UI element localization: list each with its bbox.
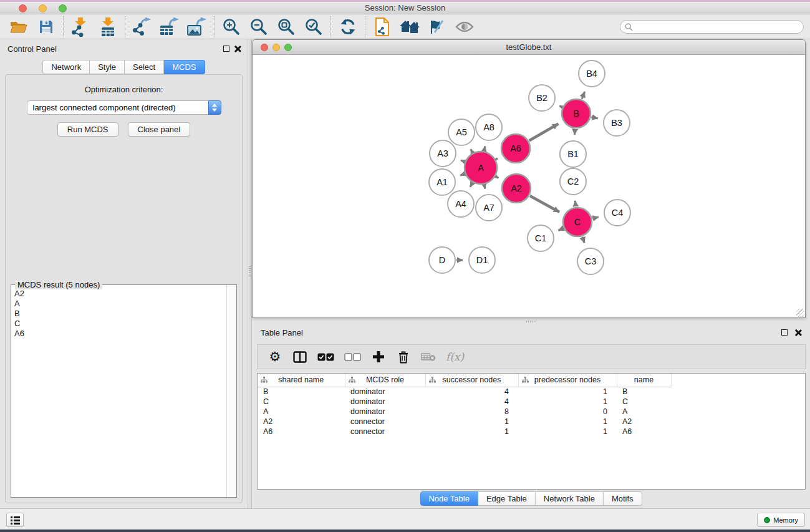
network-graph[interactable]: B4B2BB3A8A5A6A3B1AC2A1A2A4A7C4CC1DD1C3 — [253, 55, 805, 317]
table-header-row: shared name MCDS role successor nodes pr… — [258, 374, 682, 387]
graph-edge[interactable] — [471, 149, 473, 152]
graph-edge[interactable] — [460, 174, 465, 175]
horizontal-splitter[interactable] — [252, 318, 810, 324]
graph-edge[interactable] — [530, 196, 559, 212]
import-network-button[interactable] — [69, 16, 92, 37]
close-panel-icon[interactable] — [234, 46, 241, 52]
unselect-all-columns-button[interactable] — [344, 348, 361, 365]
graph-edge[interactable] — [485, 185, 485, 188]
network-window-titlebar[interactable]: testGlobe.txt — [253, 40, 805, 55]
tab-network[interactable]: Network — [42, 60, 90, 74]
graph-node-label: A2 — [511, 183, 522, 193]
show-columns-button[interactable] — [292, 348, 307, 365]
dropdown-stepper-icon — [208, 100, 221, 115]
float-table-panel-icon[interactable] — [781, 329, 788, 336]
graph-edge[interactable] — [582, 237, 584, 243]
export-image-button[interactable] — [186, 16, 208, 37]
zoom-fit-button[interactable] — [275, 16, 297, 37]
column-header-mcds-role[interactable]: MCDS role — [345, 374, 425, 387]
export-network-button[interactable] — [131, 16, 153, 37]
tab-mcds[interactable]: MCDS — [164, 60, 205, 74]
graph-edge[interactable] — [575, 201, 576, 206]
tab-node-table[interactable]: Node Table — [420, 491, 478, 506]
task-history-button[interactable] — [6, 513, 24, 527]
table-row[interactable]: A6connector 11 A6 — [258, 427, 682, 437]
memory-button[interactable]: Memory — [757, 513, 805, 527]
zoom-selected-button[interactable] — [302, 16, 325, 37]
column-header-successor-nodes[interactable]: successor nodes — [425, 374, 518, 387]
search-input[interactable] — [635, 21, 803, 32]
home-button[interactable] — [398, 16, 421, 37]
network-canvas[interactable]: B4B2BB3A8A5A6A3B1AC2A1A2A4A7C4CC1DD1C3 — [253, 55, 805, 317]
network-from-file-button[interactable] — [371, 16, 393, 37]
refresh-button[interactable] — [337, 16, 359, 37]
graph-edge[interactable] — [496, 177, 498, 178]
save-session-button[interactable] — [35, 16, 57, 37]
graph-node-label: A5 — [456, 127, 467, 137]
checked-boxes-icon — [317, 353, 334, 361]
search-field[interactable] — [620, 20, 804, 34]
tab-motifs[interactable]: Motifs — [604, 491, 642, 506]
graph-edge[interactable] — [484, 146, 485, 150]
hide-details-button[interactable] — [453, 16, 476, 37]
vertical-splitter[interactable] — [248, 39, 252, 508]
result-item: B — [14, 309, 236, 319]
tab-style[interactable]: Style — [90, 60, 125, 74]
main-toolbar — [0, 14, 810, 39]
graph-edge[interactable] — [529, 123, 559, 140]
column-header-predecessor-nodes[interactable]: predecessor nodes — [518, 374, 617, 387]
resize-grip-icon[interactable] — [796, 309, 804, 317]
graph-edge[interactable] — [591, 117, 597, 118]
tab-select[interactable]: Select — [125, 60, 164, 74]
table-row[interactable]: Adominator 80 A — [258, 407, 682, 417]
show-graphics-details-button[interactable] — [426, 16, 448, 37]
mcds-result-list[interactable]: A2 A B C A6 — [11, 285, 236, 497]
function-builder-button[interactable]: f(x) — [446, 348, 464, 365]
table-row[interactable]: Cdominator 41 C — [258, 397, 682, 407]
graph-edge[interactable] — [574, 129, 575, 135]
table-row[interactable]: Bdominator 41 B — [258, 387, 682, 397]
column-header-name[interactable]: name — [617, 374, 671, 387]
zoom-out-button[interactable] — [248, 16, 270, 37]
graph-edge[interactable] — [496, 158, 498, 159]
graph-edge[interactable] — [470, 183, 472, 187]
optimization-criterion-dropdown[interactable]: largest connected component (directed) — [27, 100, 221, 115]
table-toolbar: ⚙ — [257, 344, 806, 369]
list-icon — [11, 516, 20, 525]
app-titlebar: Session: New Session — [0, 2, 810, 14]
create-column-button[interactable] — [371, 348, 386, 365]
column-header-shared-name[interactable]: shared name — [258, 374, 345, 387]
graph-edge[interactable] — [461, 160, 465, 162]
close-panel-button[interactable]: Close panel — [128, 122, 191, 137]
run-mcds-button[interactable]: Run MCDS — [57, 122, 118, 137]
import-table-button[interactable] — [97, 16, 119, 37]
hierarchy-icon — [522, 377, 529, 383]
select-all-columns-button[interactable] — [317, 348, 334, 365]
plus-icon — [373, 351, 384, 362]
table-row[interactable]: A2connector 11 A2 — [258, 417, 682, 427]
delete-table-button[interactable] — [421, 348, 436, 365]
float-panel-icon[interactable] — [223, 46, 229, 52]
graph-edge[interactable] — [558, 228, 563, 230]
dropdown-value: largest connected component (directed) — [33, 103, 176, 112]
tab-edge-table[interactable]: Edge Table — [478, 491, 536, 506]
export-table-button[interactable] — [158, 16, 181, 37]
save-floppy-icon — [39, 19, 54, 34]
tab-network-table[interactable]: Network Table — [536, 491, 604, 506]
close-table-panel-icon[interactable] — [794, 329, 801, 336]
status-bar: Memory — [0, 508, 810, 530]
toolbar-separator — [214, 16, 215, 37]
graph-edge[interactable] — [592, 217, 598, 218]
graph-edge[interactable] — [559, 106, 562, 107]
desktop-edge-bottom — [0, 530, 810, 532]
open-session-button[interactable] — [7, 16, 30, 37]
result-scrollbar[interactable] — [226, 285, 236, 497]
table-settings-button[interactable]: ⚙ — [268, 348, 282, 365]
unchecked-boxes-icon — [344, 353, 361, 361]
table-tabs: Node Table Edge Table Network Table Moti… — [420, 491, 642, 506]
zoom-in-button[interactable] — [220, 16, 243, 37]
toolbar-separator — [125, 16, 125, 37]
table-filler — [671, 374, 682, 387]
delete-column-button[interactable] — [396, 348, 411, 365]
graph-edge[interactable] — [582, 92, 585, 99]
